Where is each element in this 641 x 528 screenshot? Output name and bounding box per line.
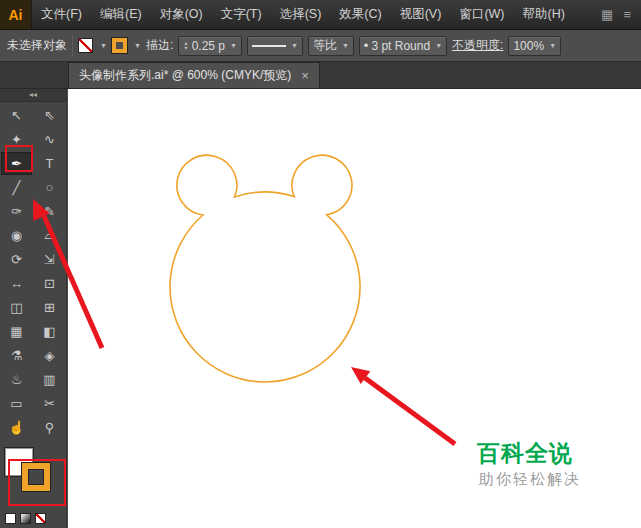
opacity-label[interactable]: 不透明度: [452,37,503,54]
tab-close-icon[interactable]: × [301,69,309,82]
tool-symbol-sprayer[interactable]: ♨ [1,368,32,391]
column-graph-icon: ▥ [43,372,55,387]
tool-rotate[interactable]: ⟳ [1,248,32,271]
blend-icon: ◈ [45,348,55,363]
tool-scale[interactable]: ⇲ [34,248,65,271]
gradient-icon: ◧ [43,324,55,339]
tool-shape-builder[interactable]: ◫ [1,296,32,319]
gradient-button[interactable] [20,513,31,524]
tool-mesh[interactable]: ▦ [1,320,32,343]
stroke-dropdown-icon[interactable]: ▼ [134,42,141,49]
tool-width[interactable]: ↔ [1,272,32,295]
stroke-color-swatch[interactable] [112,38,127,53]
symbol-sprayer-icon: ♨ [11,372,23,387]
tools-grid: ↖ ⇖ ✦ ∿ ✒ T ╱ ○ ✑ ✎ ◉ ▱ ⟳ ⇲ ↔ ⊡ ◫ ⊞ ▦ ◧ … [0,102,66,439]
menu-edit[interactable]: 编辑(E) [91,0,151,29]
tool-paintbrush[interactable]: ✑ [1,200,32,223]
scale-icon: ⇲ [44,252,55,267]
workspace-icon[interactable]: ▦ [601,7,613,22]
control-bar: 未选择对象 ▼ ▼ 描边: ▲ ▼ 0.25 p ▼ ▼ 等比 ▼ • 3 pt… [0,30,641,62]
width-profile-value[interactable]: 等比 [313,37,337,54]
type-tool-icon: T [46,156,54,171]
line-style-preview [252,45,286,47]
fill-dropdown-icon[interactable]: ▼ [100,42,107,49]
stroke-weight-field[interactable]: ▲ ▼ 0.25 p ▼ [178,36,242,56]
toolbar-collapse-icon[interactable]: ◂◂ [0,89,66,102]
tool-lasso[interactable]: ∿ [34,128,65,151]
tool-blend[interactable]: ◈ [34,344,65,367]
tool-direct-selection[interactable]: ⇖ [34,104,65,127]
tool-hand[interactable]: ☝ [1,416,32,439]
menu-type[interactable]: 文字(T) [212,0,271,29]
paintbrush-icon: ✑ [11,204,22,219]
direct-selection-tool-icon: ⇖ [44,108,55,123]
pen-tool-icon: ✒ [11,156,22,171]
tool-gradient[interactable]: ◧ [34,320,65,343]
slice-icon: ✂ [44,396,55,411]
perspective-grid-icon: ⊞ [44,300,55,315]
rotate-icon: ⟳ [11,252,22,267]
width-profile-dropdown[interactable]: 等比 ▼ [308,36,354,56]
brand-watermark: 百科全说 [477,438,573,469]
menu-object[interactable]: 对象(O) [151,0,212,29]
opacity-dropdown-icon[interactable]: ▼ [549,42,556,49]
menu-view[interactable]: 视图(V) [391,0,451,29]
panels-icon[interactable]: ≡ [623,7,631,22]
none-button[interactable] [35,513,46,524]
tool-type[interactable]: T [34,152,65,175]
brush-dropdown[interactable]: • 3 pt Round ▼ [359,36,447,56]
tool-ellipse[interactable]: ○ [34,176,65,199]
fill-color-swatch[interactable] [78,38,93,53]
opacity-field[interactable]: 100% ▼ [508,36,561,56]
tool-eyedropper[interactable]: ⚗ [1,344,32,367]
tab-bar: 头像制作系列.ai* @ 600% (CMYK/预览) × [0,62,641,89]
menu-select[interactable]: 选择(S) [271,0,331,29]
shape-builder-icon: ◫ [10,300,22,315]
menu-help[interactable]: 帮助(H) [514,0,574,29]
tool-slice[interactable]: ✂ [34,392,65,415]
tool-free-transform[interactable]: ⊡ [34,272,65,295]
tool-selection[interactable]: ↖ [1,104,32,127]
opacity-value[interactable]: 100% [513,39,544,53]
selection-tool-icon: ↖ [11,108,22,123]
color-button[interactable] [5,513,16,524]
width-profile-dropdown-icon[interactable]: ▼ [342,42,349,49]
variable-width-dropdown-icon[interactable]: ▼ [291,42,298,49]
tool-line-segment[interactable]: ╱ [1,176,32,199]
stepper-down-icon[interactable]: ▼ [183,46,188,51]
divider [72,36,73,56]
tool-blob-brush[interactable]: ◉ [1,224,32,247]
tool-artboard[interactable]: ▭ [1,392,32,415]
app-logo[interactable]: Ai [0,0,32,29]
stroke-weight-dropdown-icon[interactable]: ▼ [230,42,237,49]
tool-magic-wand[interactable]: ✦ [1,128,32,151]
stroke-stepper[interactable]: ▲ ▼ [183,41,188,51]
tools-panel: ◂◂ ↖ ⇖ ✦ ∿ ✒ T ╱ ○ ✑ ✎ ◉ ▱ ⟳ ⇲ ↔ ⊡ ◫ ⊞ ▦… [0,89,67,528]
brush-dropdown-icon[interactable]: ▼ [435,42,442,49]
brush-preview-dot: • [364,38,369,53]
artboard-icon: ▭ [10,396,22,411]
menu-effect[interactable]: 效果(C) [330,0,390,29]
menu-window[interactable]: 窗口(W) [450,0,513,29]
tool-perspective-grid[interactable]: ⊞ [34,296,65,319]
tool-eraser[interactable]: ▱ [34,224,65,247]
paint-mode-buttons [5,513,46,524]
selection-status: 未选择对象 [7,37,67,54]
lasso-icon: ∿ [44,132,55,147]
free-transform-icon: ⊡ [44,276,55,291]
variable-width-dropdown[interactable]: ▼ [247,36,303,56]
stroke-weight-value[interactable]: 0.25 p [192,39,225,53]
tool-column-graph[interactable]: ▥ [34,368,65,391]
menu-file[interactable]: 文件(F) [32,0,91,29]
eyedropper-icon: ⚗ [11,348,23,363]
document-tab-title: 头像制作系列.ai* @ 600% (CMYK/预览) [79,67,291,84]
tool-zoom[interactable]: ⚲ [34,416,65,439]
brush-value[interactable]: 3 pt Round [371,39,430,53]
document-tab[interactable]: 头像制作系列.ai* @ 600% (CMYK/预览) × [68,62,320,88]
tool-pencil[interactable]: ✎ [34,200,65,223]
width-tool-icon: ↔ [10,276,23,291]
stroke-swatch[interactable] [22,463,50,491]
eraser-icon: ▱ [45,228,55,243]
tool-pen[interactable]: ✒ [1,152,32,175]
mesh-icon: ▦ [10,324,22,339]
